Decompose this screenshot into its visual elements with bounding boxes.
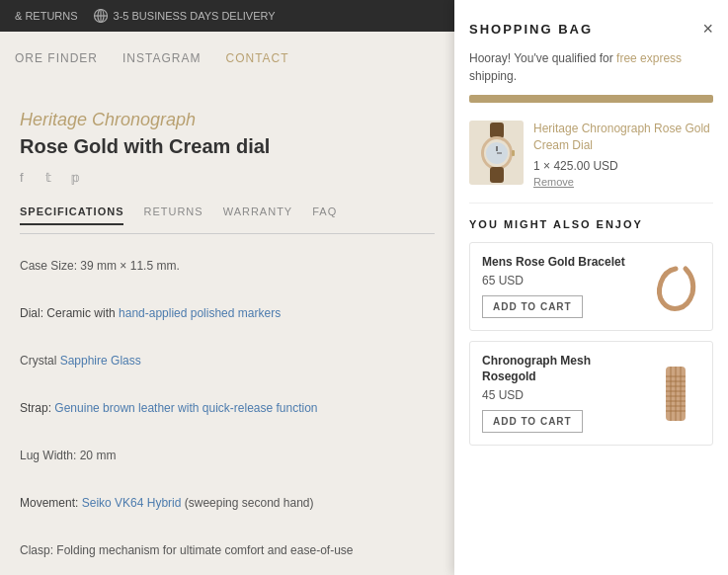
social-icons: f 𝕥 𝕡 <box>20 170 435 186</box>
rec-card-details-0: Mens Rose Gold Bracelet 65 USD ADD TO CA… <box>482 255 641 319</box>
panel-header: SHOPPING BAG × <box>469 20 713 38</box>
svg-rect-4 <box>490 123 504 138</box>
globe-icon <box>93 8 109 24</box>
add-to-cart-button-0[interactable]: ADD TO CART <box>482 295 583 318</box>
progress-bar <box>469 95 713 103</box>
cart-item: Heritage Chronograph Rose Gold Cream Dia… <box>469 121 713 188</box>
product-title-italic: Heritage Chronograph <box>20 110 435 130</box>
shipping-message: Hooray! You've qualified for free expres… <box>469 49 713 85</box>
spec-case-size: Case Size: 39 mm × 11.5 mm. <box>20 254 435 278</box>
tab-faq[interactable]: FAQ <box>312 205 337 225</box>
spec-dial: Dial: Ceramic with hand-applied polished… <box>20 301 435 325</box>
delivery-text: 3-5 BUSINESS DAYS DELIVERY <box>114 10 276 22</box>
you-might-enjoy-title: YOU MIGHT ALSO ENJOY <box>469 218 713 230</box>
rec-card-price-0: 65 USD <box>482 274 641 288</box>
tabs-row: SPECIFICATIONS RETURNS WARRANTY FAQ <box>20 205 435 234</box>
panel-title: SHOPPING BAG <box>469 22 593 37</box>
cart-item-image <box>469 121 524 185</box>
nav-item-contact[interactable]: CONTACT <box>225 51 288 65</box>
spec-clasp: Clasp: Folding mechanism for ultimate co… <box>20 538 435 562</box>
nav-bar: ORE FINDER INSTAGRAM CONTACT <box>0 32 454 80</box>
rec-card-details-1: Chronograph Mesh Rosegold 45 USD ADD TO … <box>482 354 641 433</box>
mesh-strap-image <box>656 362 695 426</box>
cart-item-name: Heritage Chronograph Rose Gold Cream Dia… <box>533 121 713 154</box>
product-title-main: Rose Gold with Cream dial <box>20 135 435 158</box>
spec-lug-width: Lug Width: 20 mm <box>20 444 435 467</box>
product-section: Heritage Chronograph Rose Gold with Crea… <box>0 80 454 575</box>
watch-image <box>472 121 522 185</box>
section-divider <box>469 203 713 204</box>
svg-rect-11 <box>512 150 515 156</box>
dial-link[interactable]: hand-applied polished markers <box>119 306 281 320</box>
cart-item-price: 1 × 425.00 USD <box>533 159 713 173</box>
crystal-link[interactable]: Sapphire Glass <box>60 354 141 368</box>
cart-item-remove[interactable]: Remove <box>533 176 713 188</box>
pinterest-icon[interactable]: 𝕡 <box>71 170 87 186</box>
rec-card-name-0: Mens Rose Gold Bracelet <box>482 255 641 271</box>
delivery-item: 3-5 BUSINESS DAYS DELIVERY <box>93 8 276 24</box>
bracelet-image <box>651 259 700 313</box>
nav-item-store-finder[interactable]: ORE FINDER <box>15 51 98 65</box>
main-content: & RETURNS 3-5 BUSINESS DAYS DELIVERY ORE… <box>0 0 454 575</box>
spec-crystal: Crystal Sapphire Glass <box>20 349 435 372</box>
close-button[interactable]: × <box>702 20 713 38</box>
shopping-bag-panel: SHOPPING BAG × Hooray! You've qualified … <box>454 0 728 575</box>
rec-card-name-1: Chronograph Mesh Rosegold <box>482 354 641 384</box>
shipping-highlight: free express <box>616 51 682 65</box>
rec-card-0: Mens Rose Gold Bracelet 65 USD ADD TO CA… <box>469 242 713 332</box>
tab-warranty[interactable]: WARRANTY <box>223 205 293 225</box>
returns-text: & RETURNS <box>15 10 78 22</box>
facebook-icon[interactable]: f <box>20 170 36 186</box>
nav-item-instagram[interactable]: INSTAGRAM <box>122 51 201 65</box>
rec-card-image-0 <box>651 257 700 316</box>
tab-returns[interactable]: RETURNS <box>143 205 202 225</box>
rec-card-image-1 <box>651 364 700 423</box>
rec-card-price-1: 45 USD <box>482 388 641 402</box>
spec-strap: Strap: Genuine brown leather with quick-… <box>20 396 435 420</box>
cart-item-details: Heritage Chronograph Rose Gold Cream Dia… <box>533 121 713 188</box>
svg-rect-10 <box>490 167 504 183</box>
tab-specifications[interactable]: SPECIFICATIONS <box>20 205 123 225</box>
cart-item-quantity: 1 <box>533 159 540 173</box>
specs-list: Case Size: 39 mm × 11.5 mm. Dial: Cerami… <box>20 254 435 575</box>
strap-link[interactable]: Genuine brown leather with quick-release… <box>54 401 317 415</box>
rec-card-1: Chronograph Mesh Rosegold 45 USD ADD TO … <box>469 341 713 446</box>
add-to-cart-button-1[interactable]: ADD TO CART <box>482 410 583 433</box>
movement-link[interactable]: Seiko VK64 Hybrid <box>82 496 182 510</box>
cart-item-price-value: 425.00 USD <box>553 159 617 173</box>
top-bar: & RETURNS 3-5 BUSINESS DAYS DELIVERY <box>0 0 454 32</box>
twitter-icon[interactable]: 𝕥 <box>45 170 61 186</box>
spec-movement: Movement: Seiko VK64 Hybrid (sweeping se… <box>20 491 435 515</box>
